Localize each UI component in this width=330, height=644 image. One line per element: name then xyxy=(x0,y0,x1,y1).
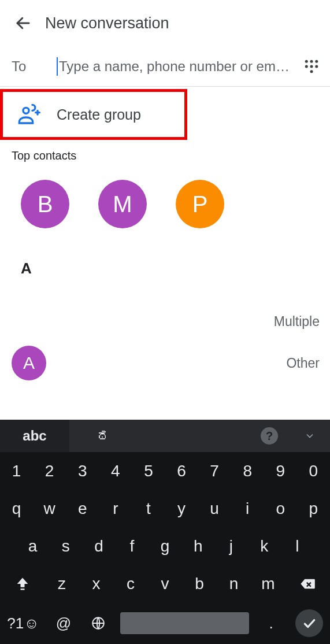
key[interactable]: n xyxy=(217,565,251,602)
group-add-icon xyxy=(17,103,40,126)
list-section-header: A xyxy=(0,228,330,277)
key[interactable]: h xyxy=(181,527,214,565)
svg-point-4 xyxy=(305,65,308,68)
header: New conversation xyxy=(0,0,330,46)
key[interactable]: k xyxy=(248,527,281,565)
key[interactable]: 3 xyxy=(66,452,99,490)
recipient-row: To Type a name, phone number or email… xyxy=(0,46,330,87)
to-label: To xyxy=(12,58,57,75)
key[interactable]: 6 xyxy=(165,452,198,490)
svg-point-7 xyxy=(310,70,313,73)
key[interactable]: l xyxy=(281,527,314,565)
key[interactable]: o xyxy=(264,490,297,527)
keyboard-collapse-icon[interactable] xyxy=(290,420,330,452)
top-contacts-row: B M P xyxy=(0,162,330,228)
keyboard-keys: 1 2 3 4 5 6 7 8 9 0 q w e r t y u i o xyxy=(0,452,330,602)
top-contact-avatar[interactable]: B xyxy=(21,180,69,228)
key[interactable]: d xyxy=(82,527,115,565)
symbols-key[interactable]: ?1☺ xyxy=(0,615,46,632)
key[interactable]: a xyxy=(16,527,49,565)
svg-point-8 xyxy=(23,108,29,113)
key[interactable]: 0 xyxy=(297,452,330,490)
key[interactable]: g xyxy=(149,527,181,565)
keyboard-tab-lang[interactable]: ಠ xyxy=(69,420,139,452)
key[interactable]: z xyxy=(45,565,79,602)
spacebar-key[interactable] xyxy=(120,612,249,634)
top-contacts-title: Top contacts xyxy=(0,142,330,162)
key[interactable]: 4 xyxy=(99,452,132,490)
key-row: a s d f g h j k l xyxy=(0,527,330,565)
key-row: z x c v b n m xyxy=(0,565,330,602)
key[interactable]: 1 xyxy=(0,452,33,490)
text-cursor xyxy=(57,57,58,76)
key[interactable]: c xyxy=(113,565,147,602)
key-row: q w e r t y u i o p xyxy=(0,490,330,527)
recipient-input[interactable]: Type a name, phone number or email… xyxy=(59,58,295,75)
key[interactable]: 8 xyxy=(231,452,264,490)
svg-point-2 xyxy=(310,60,313,62)
key[interactable]: m xyxy=(251,565,285,602)
contact-row[interactable]: Multiple xyxy=(0,301,330,342)
top-contact-avatar[interactable]: P xyxy=(176,180,224,228)
contact-avatar: A xyxy=(12,346,46,380)
period-key[interactable]: . xyxy=(254,615,288,632)
key[interactable]: 7 xyxy=(198,452,231,490)
backspace-key[interactable] xyxy=(285,565,330,602)
key[interactable]: x xyxy=(79,565,113,602)
contact-sublabel: Other xyxy=(286,356,330,371)
svg-point-5 xyxy=(310,65,313,68)
key[interactable]: p xyxy=(297,490,330,527)
key[interactable]: s xyxy=(49,527,82,565)
key[interactable]: 5 xyxy=(132,452,165,490)
shift-key[interactable] xyxy=(0,565,45,602)
key[interactable]: 2 xyxy=(33,452,66,490)
keyboard-topbar: abc ಠ ? xyxy=(0,420,330,452)
spacer xyxy=(139,420,249,452)
key[interactable]: t xyxy=(132,490,165,527)
key[interactable]: b xyxy=(182,565,216,602)
contact-row[interactable]: A Other xyxy=(0,342,330,384)
key[interactable]: e xyxy=(66,490,99,527)
key[interactable]: y xyxy=(165,490,198,527)
key[interactable]: w xyxy=(33,490,66,527)
back-icon[interactable] xyxy=(12,12,35,35)
key[interactable]: q xyxy=(0,490,33,527)
key[interactable]: r xyxy=(99,490,132,527)
keyboard-help-icon[interactable]: ? xyxy=(249,420,290,452)
key[interactable]: j xyxy=(214,527,247,565)
key[interactable]: f xyxy=(116,527,149,565)
key[interactable]: i xyxy=(231,490,264,527)
globe-key[interactable] xyxy=(81,616,116,631)
key[interactable]: v xyxy=(148,565,182,602)
dialpad-icon[interactable] xyxy=(300,55,323,78)
keyboard: abc ಠ ? 1 2 3 4 5 6 7 8 9 0 q w xyxy=(0,420,330,644)
svg-point-6 xyxy=(315,65,318,68)
svg-point-3 xyxy=(315,60,318,62)
keyboard-bottom-row: ?1☺ @ . xyxy=(0,602,330,644)
svg-rect-9 xyxy=(20,589,24,590)
svg-point-1 xyxy=(305,60,308,62)
top-contact-avatar[interactable]: M xyxy=(98,180,147,228)
page-title: New conversation xyxy=(45,14,169,32)
key[interactable]: u xyxy=(198,490,231,527)
create-group-label: Create group xyxy=(57,106,141,123)
at-key[interactable]: @ xyxy=(46,615,81,632)
key-row: 1 2 3 4 5 6 7 8 9 0 xyxy=(0,452,330,490)
contact-sublabel: Multiple xyxy=(274,314,320,330)
keyboard-tab-abc[interactable]: abc xyxy=(0,420,69,452)
create-group-row: Create group xyxy=(0,87,330,142)
done-key[interactable] xyxy=(288,609,330,637)
key[interactable]: 9 xyxy=(264,452,297,490)
create-group-button[interactable]: Create group xyxy=(0,87,330,142)
